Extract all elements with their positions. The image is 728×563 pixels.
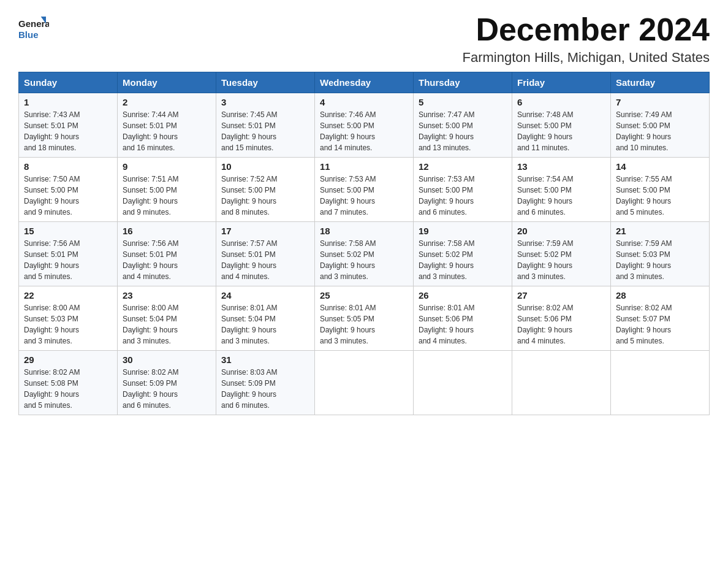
day-info: Sunrise: 8:00 AMSunset: 5:04 PMDaylight:… [123, 302, 211, 347]
calendar-cell [315, 351, 414, 415]
day-info: Sunrise: 8:01 AMSunset: 5:06 PMDaylight:… [419, 302, 507, 347]
day-info: Sunrise: 8:01 AMSunset: 5:04 PMDaylight:… [221, 302, 309, 347]
day-number: 11 [320, 161, 408, 172]
day-number: 22 [24, 290, 112, 301]
logo: General Blue [18, 12, 49, 43]
page-header: General Blue December 2024 Farmington Hi… [18, 12, 710, 66]
day-number: 8 [24, 161, 112, 172]
calendar-cell: 12Sunrise: 7:53 AMSunset: 5:00 PMDayligh… [414, 158, 512, 222]
day-number: 4 [320, 97, 408, 107]
day-number: 17 [221, 226, 309, 236]
day-number: 2 [123, 97, 211, 107]
calendar-table: SundayMondayTuesdayWednesdayThursdayFrid… [18, 72, 710, 415]
day-number: 25 [320, 290, 408, 301]
day-info: Sunrise: 7:48 AMSunset: 5:00 PMDaylight:… [517, 109, 605, 153]
day-header-tuesday: Tuesday [216, 72, 315, 93]
day-header-wednesday: Wednesday [315, 72, 414, 93]
calendar-cell: 11Sunrise: 7:53 AMSunset: 5:00 PMDayligh… [315, 158, 414, 222]
svg-text:Blue: Blue [18, 29, 39, 40]
calendar-cell: 17Sunrise: 7:57 AMSunset: 5:01 PMDayligh… [216, 222, 315, 286]
month-title: December 2024 [463, 12, 710, 47]
day-number: 19 [419, 226, 507, 236]
location-title: Farmington Hills, Michigan, United State… [463, 50, 710, 66]
day-info: Sunrise: 7:51 AMSunset: 5:00 PMDaylight:… [123, 174, 211, 218]
calendar-cell: 28Sunrise: 8:02 AMSunset: 5:07 PMDayligh… [611, 286, 710, 351]
day-info: Sunrise: 7:49 AMSunset: 5:00 PMDaylight:… [616, 109, 704, 153]
day-number: 5 [419, 97, 507, 107]
calendar-cell: 10Sunrise: 7:52 AMSunset: 5:00 PMDayligh… [216, 158, 315, 222]
day-number: 20 [517, 226, 605, 236]
day-number: 1 [24, 97, 112, 107]
day-info: Sunrise: 8:03 AMSunset: 5:09 PMDaylight:… [221, 367, 309, 411]
logo-icon: General Blue [18, 12, 49, 43]
day-number: 15 [24, 226, 112, 236]
calendar-cell: 22Sunrise: 8:00 AMSunset: 5:03 PMDayligh… [19, 286, 118, 351]
calendar-cell: 1Sunrise: 7:43 AMSunset: 5:01 PMDaylight… [19, 93, 118, 158]
day-info: Sunrise: 7:57 AMSunset: 5:01 PMDaylight:… [221, 238, 309, 282]
day-number: 13 [517, 161, 605, 172]
day-number: 9 [123, 161, 211, 172]
calendar-cell: 19Sunrise: 7:58 AMSunset: 5:02 PMDayligh… [414, 222, 512, 286]
day-info: Sunrise: 8:00 AMSunset: 5:03 PMDaylight:… [24, 302, 112, 347]
day-info: Sunrise: 7:43 AMSunset: 5:01 PMDaylight:… [24, 109, 112, 153]
day-header-saturday: Saturday [611, 72, 710, 93]
day-info: Sunrise: 7:53 AMSunset: 5:00 PMDaylight:… [419, 174, 507, 218]
week-row-5: 29Sunrise: 8:02 AMSunset: 5:08 PMDayligh… [19, 351, 710, 415]
calendar-cell: 15Sunrise: 7:56 AMSunset: 5:01 PMDayligh… [19, 222, 118, 286]
day-number: 18 [320, 226, 408, 236]
day-number: 24 [221, 290, 309, 301]
day-number: 16 [123, 226, 211, 236]
calendar-cell: 30Sunrise: 8:02 AMSunset: 5:09 PMDayligh… [118, 351, 216, 415]
calendar-cell: 20Sunrise: 7:59 AMSunset: 5:02 PMDayligh… [512, 222, 611, 286]
day-number: 21 [616, 226, 704, 236]
calendar-cell: 26Sunrise: 8:01 AMSunset: 5:06 PMDayligh… [414, 286, 512, 351]
calendar-cell: 21Sunrise: 7:59 AMSunset: 5:03 PMDayligh… [611, 222, 710, 286]
day-info: Sunrise: 7:56 AMSunset: 5:01 PMDaylight:… [24, 238, 112, 282]
day-number: 10 [221, 161, 309, 172]
day-info: Sunrise: 7:56 AMSunset: 5:01 PMDaylight:… [123, 238, 211, 282]
day-info: Sunrise: 7:52 AMSunset: 5:00 PMDaylight:… [221, 174, 309, 218]
calendar-cell: 24Sunrise: 8:01 AMSunset: 5:04 PMDayligh… [216, 286, 315, 351]
day-number: 7 [616, 97, 704, 107]
calendar-cell: 25Sunrise: 8:01 AMSunset: 5:05 PMDayligh… [315, 286, 414, 351]
calendar-cell: 5Sunrise: 7:47 AMSunset: 5:00 PMDaylight… [414, 93, 512, 158]
calendar-cell: 31Sunrise: 8:03 AMSunset: 5:09 PMDayligh… [216, 351, 315, 415]
day-number: 3 [221, 97, 309, 107]
day-info: Sunrise: 7:47 AMSunset: 5:00 PMDaylight:… [419, 109, 507, 153]
day-info: Sunrise: 7:59 AMSunset: 5:02 PMDaylight:… [517, 238, 605, 282]
calendar-cell [512, 351, 611, 415]
title-block: December 2024 Farmington Hills, Michigan… [463, 12, 710, 66]
day-header-sunday: Sunday [19, 72, 118, 93]
day-number: 28 [616, 290, 704, 301]
day-info: Sunrise: 7:58 AMSunset: 5:02 PMDaylight:… [419, 238, 507, 282]
day-info: Sunrise: 7:55 AMSunset: 5:00 PMDaylight:… [616, 174, 704, 218]
calendar-cell: 18Sunrise: 7:58 AMSunset: 5:02 PMDayligh… [315, 222, 414, 286]
day-info: Sunrise: 8:02 AMSunset: 5:06 PMDaylight:… [517, 302, 605, 347]
day-number: 30 [123, 354, 211, 365]
day-info: Sunrise: 7:44 AMSunset: 5:01 PMDaylight:… [123, 109, 211, 153]
day-info: Sunrise: 7:54 AMSunset: 5:00 PMDaylight:… [517, 174, 605, 218]
calendar-cell: 3Sunrise: 7:45 AMSunset: 5:01 PMDaylight… [216, 93, 315, 158]
calendar-cell: 4Sunrise: 7:46 AMSunset: 5:00 PMDaylight… [315, 93, 414, 158]
day-info: Sunrise: 8:02 AMSunset: 5:08 PMDaylight:… [24, 367, 112, 411]
calendar-cell: 9Sunrise: 7:51 AMSunset: 5:00 PMDaylight… [118, 158, 216, 222]
day-header-monday: Monday [118, 72, 216, 93]
day-info: Sunrise: 8:02 AMSunset: 5:07 PMDaylight:… [616, 302, 704, 347]
day-header-friday: Friday [512, 72, 611, 93]
day-info: Sunrise: 7:50 AMSunset: 5:00 PMDaylight:… [24, 174, 112, 218]
day-info: Sunrise: 8:01 AMSunset: 5:05 PMDaylight:… [320, 302, 408, 347]
week-row-3: 15Sunrise: 7:56 AMSunset: 5:01 PMDayligh… [19, 222, 710, 286]
day-number: 29 [24, 354, 112, 365]
day-info: Sunrise: 7:45 AMSunset: 5:01 PMDaylight:… [221, 109, 309, 153]
calendar-cell: 16Sunrise: 7:56 AMSunset: 5:01 PMDayligh… [118, 222, 216, 286]
calendar-cell: 2Sunrise: 7:44 AMSunset: 5:01 PMDaylight… [118, 93, 216, 158]
calendar-cell: 29Sunrise: 8:02 AMSunset: 5:08 PMDayligh… [19, 351, 118, 415]
days-header-row: SundayMondayTuesdayWednesdayThursdayFrid… [19, 72, 710, 93]
calendar-cell: 23Sunrise: 8:00 AMSunset: 5:04 PMDayligh… [118, 286, 216, 351]
day-number: 12 [419, 161, 507, 172]
day-number: 26 [419, 290, 507, 301]
day-info: Sunrise: 8:02 AMSunset: 5:09 PMDaylight:… [123, 367, 211, 411]
calendar-cell: 7Sunrise: 7:49 AMSunset: 5:00 PMDaylight… [611, 93, 710, 158]
calendar-cell [414, 351, 512, 415]
day-info: Sunrise: 7:58 AMSunset: 5:02 PMDaylight:… [320, 238, 408, 282]
